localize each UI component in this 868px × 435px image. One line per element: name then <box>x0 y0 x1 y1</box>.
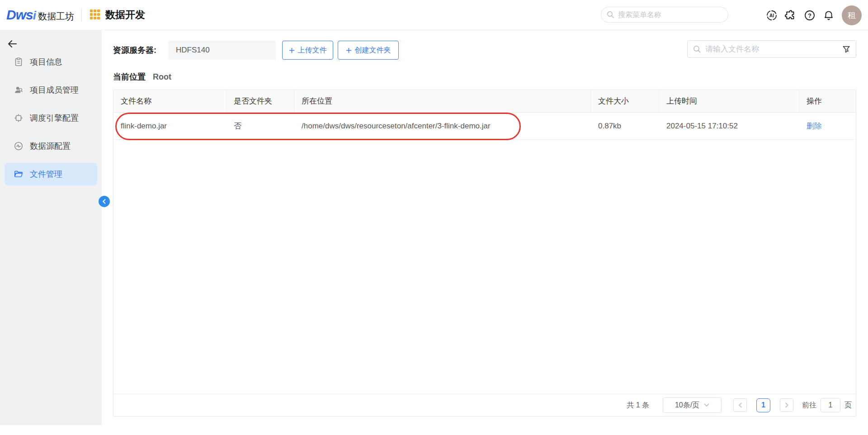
avatar-initial: 租 <box>848 10 856 21</box>
chip-icon <box>14 113 24 123</box>
menu-search-box <box>601 7 728 23</box>
brand-logo[interactable]: Dwsi 数据工坊 <box>6 7 74 23</box>
delete-link[interactable]: 删除 <box>807 121 822 131</box>
help-icon[interactable]: ? <box>804 9 816 21</box>
cell-location: /home/dws/dws/resourceseton/afcenter/3-f… <box>294 113 591 139</box>
breadcrumb: 当前位置 Root <box>113 71 171 82</box>
create-folder-label: 创建文件夹 <box>355 46 391 55</box>
brand-logo-text: Dws <box>6 7 33 23</box>
sidebar-item-file-management[interactable]: 文件管理 <box>5 163 97 185</box>
column-header-actions: 操作 <box>799 90 856 112</box>
server-label: 资源服务器: <box>113 45 156 56</box>
cell-filename: flink-demo.jar <box>113 113 226 139</box>
notification-bell-icon[interactable] <box>823 9 835 21</box>
column-header-filesize: 文件大小 <box>591 90 659 112</box>
goto-page-input[interactable] <box>821 398 840 412</box>
topbar-actions: AI ? 租 <box>766 0 862 30</box>
sidebar-item-scheduler[interactable]: 调度引擎配置 <box>5 107 97 129</box>
goto-label: 前往 <box>802 401 816 410</box>
top-bar: Dwsi 数据工坊 数据开发 AI ? <box>0 0 868 30</box>
breadcrumb-label: 当前位置 <box>113 71 146 82</box>
page-number-1[interactable]: 1 <box>756 398 770 412</box>
app-switcher[interactable]: 数据开发 <box>90 8 145 22</box>
file-management-page: Dwsi 数据工坊 数据开发 AI ? <box>0 0 868 435</box>
sidebar-item-datasource[interactable]: 数据源配置 <box>5 135 97 157</box>
page-unit-label: 页 <box>844 401 852 410</box>
sidebar-item-label: 调度引擎配置 <box>30 113 79 123</box>
file-search-box <box>687 40 856 58</box>
plugin-puzzle-icon[interactable] <box>785 9 797 21</box>
upload-file-button[interactable]: 上传文件 <box>282 41 333 60</box>
plus-icon <box>346 47 352 53</box>
create-folder-button[interactable]: 创建文件夹 <box>338 41 399 60</box>
table-row[interactable]: flink-demo.jar 否 /home/dws/dws/resources… <box>113 113 856 140</box>
menu-search-input[interactable] <box>618 11 722 19</box>
file-table: 文件名称 是否文件夹 所在位置 文件大小 上传时间 操作 flink-demo.… <box>113 90 856 416</box>
clipboard-icon <box>14 57 24 67</box>
folder-icon <box>14 169 24 179</box>
sidebar-menu: 项目信息 项目成员管理 调度引擎配置 数据源配置 <box>0 51 102 191</box>
cell-uploadtime: 2024-05-15 17:10:52 <box>659 113 799 139</box>
table-header-row: 文件名称 是否文件夹 所在位置 文件大小 上传时间 操作 <box>113 90 856 113</box>
pagination-bar: 共 1 条 10条/页 1 前往 页 <box>113 394 856 416</box>
pagination-total: 共 1 条 <box>627 401 649 410</box>
breadcrumb-current-location[interactable]: Root <box>153 72 171 82</box>
filter-funnel-icon[interactable] <box>842 45 850 53</box>
column-header-location: 所在位置 <box>294 90 591 112</box>
svg-text:?: ? <box>808 12 811 19</box>
search-icon <box>693 45 701 53</box>
page-size-value: 10条/页 <box>675 401 699 410</box>
sidebar-item-label: 数据源配置 <box>30 141 71 151</box>
column-header-uploadtime: 上传时间 <box>659 90 799 112</box>
chevron-down-icon <box>704 403 709 407</box>
user-avatar[interactable]: 租 <box>842 5 862 25</box>
plus-icon <box>289 47 295 53</box>
back-arrow-button[interactable] <box>6 38 19 50</box>
page-size-select[interactable]: 10条/页 <box>663 397 722 413</box>
file-search-input[interactable] <box>705 45 842 54</box>
column-header-filename: 文件名称 <box>113 90 226 112</box>
server-value-box: HDFS140 <box>168 41 276 60</box>
server-value: HDFS140 <box>176 46 210 55</box>
previous-page-button[interactable] <box>733 398 747 412</box>
apps-grid-icon <box>90 9 101 20</box>
upload-file-label: 上传文件 <box>298 46 327 55</box>
datasource-pulse-icon <box>14 141 24 151</box>
sidebar-item-project-info[interactable]: 项目信息 <box>5 51 97 73</box>
sidebar: 项目信息 项目成员管理 调度引擎配置 数据源配置 <box>0 30 102 425</box>
search-icon <box>607 11 614 19</box>
ai-assistant-icon[interactable]: AI <box>766 9 778 21</box>
brand-logo-i: i <box>33 9 36 23</box>
sidebar-item-members[interactable]: 项目成员管理 <box>5 79 97 101</box>
topbar-divider <box>81 8 82 22</box>
app-title: 数据开发 <box>105 8 145 22</box>
brand-name: 数据工坊 <box>38 10 74 23</box>
sidebar-item-label: 项目成员管理 <box>30 85 79 95</box>
next-page-button[interactable] <box>780 398 793 412</box>
column-header-isfolder: 是否文件夹 <box>226 90 294 112</box>
sidebar-item-label: 项目信息 <box>30 57 62 67</box>
users-icon <box>14 85 24 95</box>
cell-isfolder: 否 <box>226 113 294 139</box>
cell-filesize: 0.87kb <box>591 113 659 139</box>
sidebar-item-label: 文件管理 <box>30 169 62 180</box>
svg-text:AI: AI <box>769 13 774 18</box>
sidebar-collapse-toggle[interactable] <box>99 196 110 207</box>
